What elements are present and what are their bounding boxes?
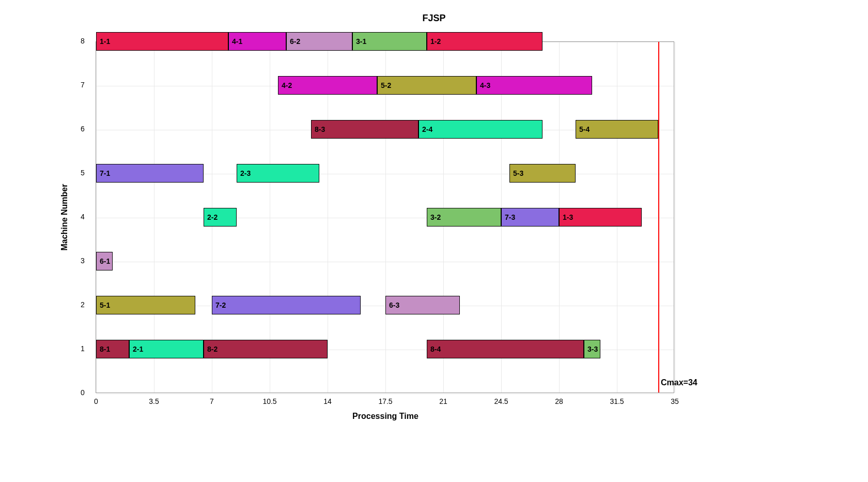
gantt-bar: 4-1 (228, 32, 286, 51)
x-tick-label: 17.5 (378, 397, 392, 405)
gantt-bar: 7-3 (501, 208, 559, 227)
x-tick-label: 10.5 (262, 397, 276, 405)
y-tick-label: 3 (81, 257, 85, 265)
gantt-bar: 2-2 (204, 208, 237, 227)
gantt-bar: 5-1 (96, 296, 195, 314)
gantt-bar: 2-3 (237, 164, 319, 183)
y-tick-label: 5 (81, 169, 85, 177)
gantt-bar: 1-1 (96, 32, 228, 51)
gantt-bar: 7-1 (96, 164, 204, 183)
x-axis-label: Processing Time (96, 412, 675, 421)
gantt-bar: 8-2 (204, 340, 328, 358)
gantt-bar: 5-2 (377, 76, 476, 95)
y-tick-label: 7 (81, 81, 85, 89)
x-tick-label: 35 (671, 397, 679, 405)
gantt-bar: 8-3 (311, 120, 419, 139)
x-tick-label: 21 (439, 397, 447, 405)
x-tick-label: 0 (94, 397, 98, 405)
plot-area: 03.5710.51417.52124.52831.535012345678Pr… (96, 41, 674, 393)
y-tick-label: 8 (81, 37, 85, 45)
gantt-bar: 3-2 (427, 208, 501, 227)
gantt-bar: 4-2 (278, 76, 377, 95)
x-tick-label: 28 (555, 397, 563, 405)
gantt-bar: 8-4 (427, 340, 584, 358)
cmax-line (658, 42, 659, 393)
gantt-bar: 1-3 (559, 208, 642, 227)
grid-line-horizontal (96, 394, 674, 394)
gantt-bar: 2-4 (419, 120, 542, 139)
y-tick-label: 2 (81, 300, 85, 309)
gantt-bar: 3-3 (584, 340, 600, 358)
cmax-label: Cmax=34 (661, 378, 698, 387)
x-tick-label: 14 (323, 397, 332, 405)
gantt-bar: 2-1 (129, 340, 204, 358)
y-tick-label: 4 (81, 213, 85, 221)
gantt-bar: 5-4 (576, 120, 658, 139)
x-tick-label: 31.5 (610, 397, 624, 405)
x-tick-label: 24.5 (494, 397, 508, 405)
x-tick-label: 3.5 (149, 397, 159, 405)
gantt-bar: 5-3 (509, 164, 576, 183)
y-tick-label: 6 (81, 125, 85, 133)
grid-line-vertical (675, 42, 675, 393)
x-tick-label: 7 (210, 397, 214, 405)
y-tick-label: 1 (81, 344, 85, 353)
gantt-bar: 7-2 (212, 296, 361, 314)
y-axis-label: Machine Number (59, 41, 70, 393)
gantt-bar: 6-2 (286, 32, 352, 51)
gantt-bar: 6-3 (385, 296, 460, 314)
chart-title: FJSP (96, 13, 772, 24)
gantt-bar: 3-1 (352, 32, 427, 51)
grid-line-horizontal (96, 262, 674, 262)
y-tick-label: 0 (81, 388, 85, 397)
gantt-bar: 8-1 (96, 340, 129, 358)
gantt-bar: 4-3 (476, 76, 592, 95)
gantt-bar: 1-2 (427, 32, 542, 51)
gantt-chart: FJSP 03.5710.51417.52124.52831.535012345… (96, 26, 772, 419)
gantt-bar: 6-1 (96, 252, 113, 270)
